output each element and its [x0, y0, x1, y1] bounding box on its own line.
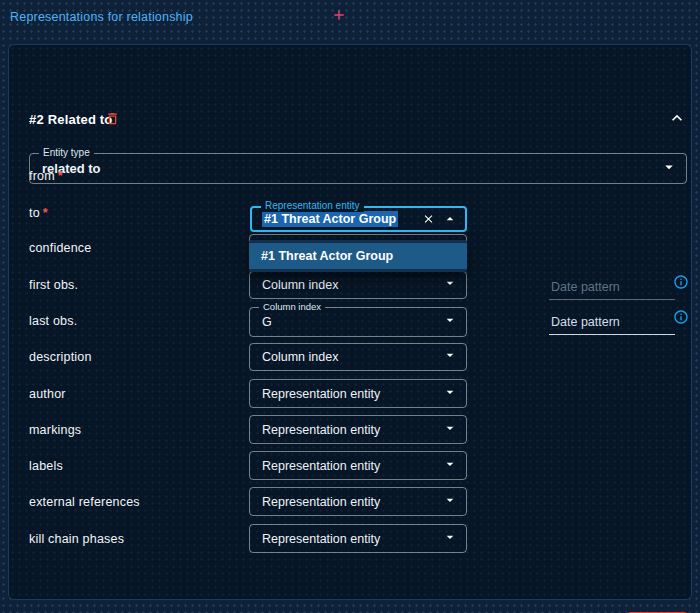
last-obs-select-value: G	[250, 315, 272, 329]
representation-title: #2 Related to	[29, 112, 113, 127]
kill-chain-phases-select[interactable]: Representation entity	[249, 524, 467, 553]
field-label-first-obs: first obs.	[29, 278, 78, 292]
markings-select-value: Representation entity	[250, 423, 380, 437]
chevron-down-icon	[442, 384, 458, 404]
description-select-value: Column index	[250, 350, 338, 364]
to-label-text: to	[29, 206, 40, 220]
delete-representation-icon-button[interactable]	[105, 111, 120, 129]
trash-icon	[105, 111, 120, 129]
chevron-down-icon	[442, 492, 458, 512]
field-label-labels: labels	[29, 459, 63, 473]
dropdown-option[interactable]: #1 Threat Actor Group	[249, 243, 467, 269]
last-obs-date-pattern-input[interactable]	[549, 314, 675, 335]
field-label-to: to*	[29, 206, 48, 220]
chevron-up-small-icon[interactable]	[442, 211, 458, 227]
plus-icon	[331, 7, 347, 26]
chevron-down-icon	[442, 529, 458, 549]
chevron-down-icon	[442, 275, 458, 295]
entity-type-label: Entity type	[39, 147, 94, 159]
first-obs-select-value: Column index	[250, 278, 338, 292]
section-title: Representations for relationship	[10, 10, 193, 24]
from-label-text: from	[29, 169, 55, 183]
chevron-down-icon	[442, 312, 458, 332]
representation-panel: #2 Related to Entity type related to fro…	[8, 44, 692, 600]
description-select[interactable]: Column index	[249, 343, 467, 371]
last-obs-select-label: Column index	[259, 301, 325, 313]
field-label-from: from*	[29, 169, 63, 183]
from-entity-combobox[interactable]: Representation entity #1 Threat Actor Gr…	[250, 206, 467, 232]
from-combobox-label: Representation entity	[261, 200, 364, 212]
clear-icon[interactable]	[422, 213, 435, 226]
dropdown-option-label: #1 Threat Actor Group	[249, 249, 393, 263]
section-header: Representations for relationship	[10, 7, 347, 26]
labels-select[interactable]: Representation entity	[249, 451, 467, 480]
from-combobox-value: #1 Threat Actor Group	[262, 211, 398, 227]
info-icon[interactable]	[673, 309, 689, 325]
markings-select[interactable]: Representation entity	[249, 415, 467, 444]
chevron-up-icon	[667, 108, 687, 131]
field-label-last-obs: last obs.	[29, 314, 77, 328]
add-representation-button[interactable]	[331, 7, 347, 26]
from-entity-dropdown-menu: #1 Threat Actor Group	[249, 240, 467, 272]
chevron-down-icon	[442, 347, 458, 367]
field-label-kill-chain-phases: kill chain phases	[29, 532, 124, 546]
field-label-external-references: external references	[29, 495, 140, 509]
external-references-select-value: Representation entity	[250, 495, 380, 509]
chevron-down-icon	[442, 456, 458, 476]
collapse-panel-button[interactable]	[667, 108, 687, 131]
info-icon[interactable]	[673, 274, 689, 290]
last-obs-select[interactable]: Column index G	[249, 307, 467, 337]
field-label-markings: markings	[29, 423, 81, 437]
author-select-value: Representation entity	[250, 387, 380, 401]
field-label-confidence: confidence	[29, 241, 91, 255]
entity-type-select[interactable]: Entity type related to	[29, 153, 687, 184]
first-obs-date-pattern-field[interactable]	[549, 277, 675, 298]
required-asterisk: *	[58, 169, 63, 183]
author-select[interactable]: Representation entity	[249, 379, 467, 408]
required-asterisk: *	[43, 206, 48, 220]
first-obs-select[interactable]: Column index	[249, 271, 467, 299]
chevron-down-icon	[442, 420, 458, 440]
last-obs-date-pattern-field[interactable]	[549, 312, 675, 333]
field-label-description: description	[29, 350, 92, 364]
chevron-down-icon	[660, 158, 678, 180]
first-obs-date-pattern-input[interactable]	[549, 279, 675, 300]
labels-select-value: Representation entity	[250, 459, 380, 473]
kill-chain-phases-select-value: Representation entity	[250, 532, 380, 546]
external-references-select[interactable]: Representation entity	[249, 487, 467, 516]
field-label-author: author	[29, 387, 66, 401]
